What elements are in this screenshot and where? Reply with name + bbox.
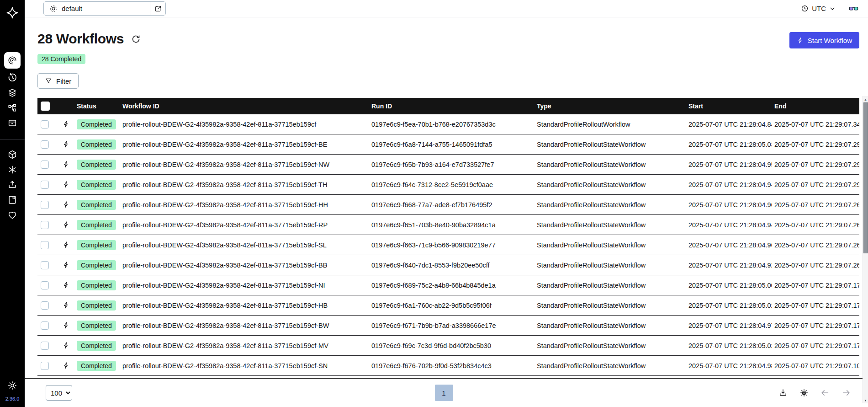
timezone-selector[interactable]: UTC xyxy=(801,5,836,12)
run-id-link[interactable]: 0197e6c9-f64c-7312-8ce2-5e5919cf0aae xyxy=(371,181,493,188)
run-id-link[interactable]: 0197e6c9-f671-7b9b-b7ad-a3398666e17e xyxy=(371,322,496,329)
page-number-button[interactable]: 1 xyxy=(435,385,453,401)
workflow-type-link[interactable]: StandardProfileRolloutStateWorkflow xyxy=(537,362,646,370)
codec-glasses-icon[interactable] xyxy=(848,3,859,14)
workflow-id-link[interactable]: profile-rollout-BDEW-G2-4f35982a-9358-42… xyxy=(122,221,328,229)
table-row[interactable]: Completed profile-rollout-BDEW-G2-4f3598… xyxy=(37,155,859,175)
workflow-type-link[interactable]: StandardProfileRolloutStateWorkflow xyxy=(537,262,646,269)
sidebar-item-docs[interactable] xyxy=(6,194,18,206)
run-id-link[interactable]: 0197e6c9-f6a8-7144-a755-1465091fdfa5 xyxy=(371,141,492,148)
workflow-type-link[interactable]: StandardProfileRolloutStateWorkflow xyxy=(537,161,646,168)
workflow-id-link[interactable]: profile-rollout-BDEW-G2-4f35982a-9358-42… xyxy=(122,342,328,349)
table-row[interactable]: Completed profile-rollout-BDEW-G2-4f3598… xyxy=(37,356,859,376)
previous-page-arrow-icon[interactable] xyxy=(820,387,831,398)
start-workflow-button[interactable]: Start Workflow xyxy=(789,32,859,48)
table-row[interactable]: Completed profile-rollout-BDEW-G2-4f3598… xyxy=(37,114,859,134)
table-row[interactable]: Completed profile-rollout-BDEW-G2-4f3598… xyxy=(37,275,859,295)
workflow-type-link[interactable]: StandardProfileRolloutStateWorkflow xyxy=(537,141,646,148)
refresh-icon[interactable] xyxy=(130,33,141,44)
run-id-link[interactable]: 0197e6c9-f663-71c9-b566-909830219e77 xyxy=(371,241,496,249)
run-id-link[interactable]: 0197e6c9-f689-75c2-a4b8-66b4b845de1a xyxy=(371,282,496,289)
row-checkbox[interactable] xyxy=(41,120,49,129)
table-row[interactable]: Completed profile-rollout-BDEW-G2-4f3598… xyxy=(37,316,859,336)
column-header-run-id[interactable]: Run ID xyxy=(369,102,534,110)
workflow-id-link[interactable]: profile-rollout-BDEW-G2-4f35982a-9358-42… xyxy=(122,141,327,148)
row-checkbox[interactable] xyxy=(41,362,49,370)
select-all-checkbox[interactable] xyxy=(41,102,50,111)
theme-toggle-sun-icon[interactable] xyxy=(6,380,18,391)
workflow-id-link[interactable]: profile-rollout-BDEW-G2-4f35982a-9358-42… xyxy=(122,282,325,289)
workflow-id-link[interactable]: profile-rollout-BDEW-G2-4f35982a-9358-42… xyxy=(122,262,327,269)
table-row[interactable]: Completed profile-rollout-BDEW-G2-4f3598… xyxy=(37,195,859,215)
sidebar-item-deployments[interactable] xyxy=(6,87,18,99)
namespace-select-button[interactable]: default xyxy=(44,2,150,15)
table-row[interactable]: Completed profile-rollout-BDEW-G2-4f3598… xyxy=(37,134,859,155)
workflow-id-link[interactable]: profile-rollout-BDEW-G2-4f35982a-9358-42… xyxy=(122,362,328,370)
workflow-id-link[interactable]: profile-rollout-BDEW-G2-4f35982a-9358-42… xyxy=(122,302,328,309)
workflow-id-link[interactable]: profile-rollout-BDEW-G2-4f35982a-9358-42… xyxy=(122,161,329,168)
sidebar-item-labs[interactable] xyxy=(6,149,18,161)
workflow-id-link[interactable]: profile-rollout-BDEW-G2-4f35982a-9358-42… xyxy=(122,201,328,209)
temporal-logo-icon[interactable] xyxy=(5,5,20,20)
table-row[interactable]: Completed profile-rollout-BDEW-G2-4f3598… xyxy=(37,175,859,195)
workflow-type-link[interactable]: StandardProfileRolloutStateWorkflow xyxy=(537,201,646,209)
column-header-status[interactable]: Status xyxy=(74,102,120,110)
workflow-type-link[interactable]: StandardProfileRolloutStateWorkflow xyxy=(537,302,646,309)
run-id-link[interactable]: 0197e6c9-f668-77a7-ade8-ef7b176495f2 xyxy=(371,201,492,209)
page-size-select[interactable]: 100 xyxy=(46,385,72,401)
sidebar-item-import[interactable] xyxy=(6,179,18,191)
table-settings-gear-icon[interactable] xyxy=(799,387,810,398)
sidebar-item-archive[interactable] xyxy=(6,117,18,129)
ui-version[interactable]: 2.36.0 xyxy=(5,396,20,402)
row-checkbox[interactable] xyxy=(41,261,49,269)
run-id-link[interactable]: 0197e6c9-f651-703b-8e40-90ba32894c1a xyxy=(371,221,496,229)
table-row[interactable]: Completed profile-rollout-BDEW-G2-4f3598… xyxy=(37,215,859,235)
column-header-type[interactable]: Type xyxy=(534,102,686,110)
workflow-type-link[interactable]: StandardProfileRolloutStateWorkflow xyxy=(537,282,646,289)
workflow-id-link[interactable]: profile-rollout-BDEW-G2-4f35982a-9358-42… xyxy=(122,181,327,188)
vertical-scrollbar[interactable]: ▲ ▼ xyxy=(863,96,868,403)
namespace-open-button[interactable] xyxy=(150,2,165,15)
run-id-link[interactable]: 0197e6c9-f640-7dc1-8553-f9b20ee50cff xyxy=(371,262,490,269)
scrollbar-up-arrow[interactable]: ▲ xyxy=(863,96,868,102)
run-id-link[interactable]: 0197e6c9-f5ea-70b1-b768-e20767353d3c xyxy=(371,121,496,128)
column-header-workflow-id[interactable]: Workflow ID xyxy=(120,102,369,110)
row-checkbox[interactable] xyxy=(41,301,49,310)
column-header-start[interactable]: Start xyxy=(686,102,772,110)
table-row[interactable]: Completed profile-rollout-BDEW-G2-4f3598… xyxy=(37,295,859,316)
sidebar-item-asterisk[interactable] xyxy=(6,164,18,176)
sidebar-item-nexus[interactable] xyxy=(6,102,18,114)
workflow-type-link[interactable]: StandardProfileRolloutStateWorkflow xyxy=(537,322,646,329)
table-row[interactable]: Completed profile-rollout-BDEW-G2-4f3598… xyxy=(37,336,859,356)
run-id-link[interactable]: 0197e6c9-f65b-7b93-a164-e7d733527fe7 xyxy=(371,161,494,168)
row-checkbox[interactable] xyxy=(41,241,49,249)
sidebar-item-schedules[interactable] xyxy=(6,72,18,84)
scrollbar-thumb[interactable] xyxy=(863,102,868,253)
row-checkbox[interactable] xyxy=(41,201,49,209)
sidebar-item-feedback[interactable] xyxy=(6,209,18,221)
row-checkbox[interactable] xyxy=(41,321,49,330)
workflow-id-link[interactable]: profile-rollout-BDEW-G2-4f35982a-9358-42… xyxy=(122,241,327,249)
row-checkbox[interactable] xyxy=(41,140,49,149)
workflow-type-link[interactable]: StandardProfileRolloutStateWorkflow xyxy=(537,181,646,188)
workflow-type-link[interactable]: StandardProfileRolloutStateWorkflow xyxy=(537,221,646,229)
run-id-link[interactable]: 0197e6c9-f676-702b-9f0d-53f2b834c4c3 xyxy=(371,362,492,370)
table-row[interactable]: Completed profile-rollout-BDEW-G2-4f3598… xyxy=(37,255,859,275)
scrollbar-down-arrow[interactable]: ▼ xyxy=(863,397,868,403)
run-id-link[interactable]: 0197e6c9-f6a1-760c-ab22-9d5b5c95f06f xyxy=(371,302,492,309)
workflow-type-link[interactable]: StandardProfileRolloutWorkflow xyxy=(537,121,630,128)
row-checkbox[interactable] xyxy=(41,221,49,229)
table-row[interactable]: Completed profile-rollout-BDEW-G2-4f3598… xyxy=(37,235,859,255)
filter-button[interactable]: Filter xyxy=(37,73,79,89)
sidebar-item-workflows[interactable] xyxy=(4,52,21,69)
workflow-id-link[interactable]: profile-rollout-BDEW-G2-4f35982a-9358-42… xyxy=(122,322,329,329)
workflow-id-link[interactable]: profile-rollout-BDEW-G2-4f35982a-9358-42… xyxy=(122,121,316,128)
row-checkbox[interactable] xyxy=(41,161,49,169)
run-id-link[interactable]: 0197e6c9-f69c-7c3d-9f6d-bd40f2bc5b30 xyxy=(371,342,491,349)
download-icon[interactable] xyxy=(778,387,789,398)
column-header-end[interactable]: End xyxy=(772,102,859,110)
workflow-type-link[interactable]: StandardProfileRolloutStateWorkflow xyxy=(537,241,646,249)
row-checkbox[interactable] xyxy=(41,281,49,289)
next-page-arrow-icon[interactable] xyxy=(841,387,852,398)
workflow-type-link[interactable]: StandardProfileRolloutStateWorkflow xyxy=(537,342,646,349)
